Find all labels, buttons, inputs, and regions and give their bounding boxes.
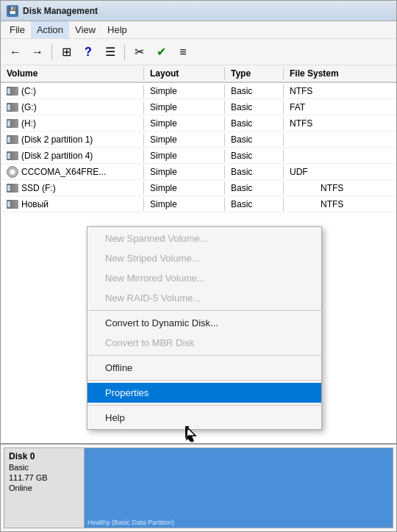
disk-block: Disk 0 Basic 111.77 GB Online Healthy (B… [4, 447, 393, 528]
ctx-new-raid5: New RAID-5 Volume... [87, 288, 321, 308]
type-cell: Basic [225, 149, 284, 162]
ctx-convert-dynamic[interactable]: Convert to Dynamic Disk... [87, 313, 321, 333]
properties-button[interactable]: ☰ [100, 42, 121, 62]
col-header-layout: Layout [144, 67, 225, 80]
disk-type: Basic [9, 463, 79, 472]
partition-status: Healthy (Basic Data Partition) [87, 519, 390, 526]
ctx-new-spanned: New Spanned Volume... [87, 229, 321, 248]
volume-cell: Новый [1, 198, 144, 211]
fs-cell: NTFS [284, 117, 396, 130]
type-cell: Basic [225, 101, 284, 114]
table-row[interactable]: (Disk 2 partition 1) Simple Basic [1, 132, 396, 148]
disk-icon [7, 135, 18, 144]
table-header: Volume Layout Type File System [1, 65, 396, 83]
ctx-properties[interactable]: Properties [87, 383, 321, 403]
check-button[interactable]: ✔ [151, 42, 171, 62]
fs-cell: UDF [284, 165, 396, 179]
fs-cell: FAT [284, 101, 396, 114]
menu-bar: File Action View Help [1, 21, 396, 39]
toolbar-separator-2 [124, 44, 125, 60]
ctx-separator-2 [87, 355, 321, 356]
disk-icon [7, 184, 18, 193]
ctx-separator-3 [87, 380, 321, 381]
disk-icon [7, 103, 18, 112]
dvd-icon [7, 166, 18, 178]
context-menu: New Spanned Volume... New Striped Volume… [87, 226, 322, 430]
volume-cell: (G:) [1, 101, 144, 114]
layout-cell: Simple [144, 198, 225, 211]
volume-cell: (Disk 2 partition 4) [1, 149, 144, 162]
volume-cell: CCCOMA_X64FRE... [1, 165, 144, 179]
fs-cell [284, 138, 396, 141]
disk-icon [7, 200, 18, 209]
disk-view-button[interactable]: ⊞ [56, 42, 76, 62]
ctx-separator-4 [87, 405, 321, 406]
disk-size: 111.77 GB [9, 473, 79, 482]
fs-cell: NTFS [284, 181, 396, 195]
layout-cell: Simple [144, 149, 225, 162]
table-row[interactable]: SSD (F:) Simple Basic NTFS [1, 180, 396, 196]
disk-icon [7, 151, 18, 160]
col-header-type: Type [225, 67, 284, 80]
layout-cell: Simple [144, 181, 225, 195]
disk-name: Disk 0 [9, 451, 79, 461]
disk-icon [7, 87, 18, 96]
table-row[interactable]: CCCOMA_X64FRE... Simple Basic UDF [1, 164, 396, 180]
table-row[interactable]: (C:) Simple Basic NTFS [1, 83, 396, 99]
menu-file[interactable]: File [4, 21, 31, 38]
type-cell: Basic [225, 117, 284, 130]
ctx-help[interactable]: Help [87, 408, 321, 428]
menu-action[interactable]: Action [31, 21, 69, 38]
cut-button[interactable]: ✂ [129, 42, 149, 62]
volume-cell: (Disk 2 partition 1) [1, 133, 144, 146]
partition-block[interactable]: Healthy (Basic Data Partition) [85, 448, 393, 528]
layout-cell: Simple [144, 101, 225, 114]
volume-cell: (H:) [1, 117, 144, 130]
disk-icon [7, 119, 18, 128]
window-title: Disk Management [23, 6, 98, 16]
help-button[interactable]: ? [78, 42, 99, 62]
menu-help[interactable]: Help [101, 21, 133, 38]
type-cell: Basic [225, 165, 284, 179]
toolbar-separator-1 [51, 44, 52, 60]
layout-cell: Simple [144, 165, 225, 179]
layout-cell: Simple [144, 117, 225, 130]
ctx-offline[interactable]: Offline [87, 358, 321, 378]
fs-cell [284, 154, 396, 157]
back-button[interactable]: ← [5, 42, 26, 62]
ctx-new-mirrored: New Mirrored Volume... [87, 268, 321, 288]
title-bar: 💾 Disk Management [1, 1, 396, 21]
layout-cell: Simple [144, 133, 225, 146]
bottom-disk-area: Disk 0 Basic 111.77 GB Online Healthy (B… [1, 443, 396, 531]
fs-cell: NTFS [284, 198, 396, 211]
type-cell: Basic [225, 181, 284, 195]
list-button[interactable]: ≡ [173, 42, 193, 62]
ctx-separator-1 [87, 310, 321, 311]
disk-status: Online [9, 484, 79, 492]
table-row[interactable]: (Disk 2 partition 4) Simple Basic [1, 148, 396, 164]
menu-view[interactable]: View [69, 21, 101, 38]
type-cell: Basic [225, 198, 284, 211]
table-row[interactable]: (G:) Simple Basic FAT [1, 99, 396, 115]
col-header-volume: Volume [1, 67, 144, 80]
table-row[interactable]: Новый Simple Basic NTFS [1, 196, 396, 212]
app-icon: 💾 [7, 5, 18, 17]
disk-label: Disk 0 Basic 111.77 GB Online [4, 447, 85, 528]
type-cell: Basic [225, 133, 284, 146]
disk-partition-area: Healthy (Basic Data Partition) [85, 447, 393, 528]
layout-cell: Simple [144, 85, 225, 98]
table-row[interactable]: (H:) Simple Basic NTFS [1, 115, 396, 132]
volume-cell: SSD (F:) [1, 181, 144, 195]
col-header-filesystem: File System [284, 67, 396, 80]
volume-cell: (C:) [1, 85, 144, 98]
ctx-new-striped: New Striped Volume... [87, 248, 321, 268]
toolbar: ← → ⊞ ? ☰ ✂ ✔ ≡ [1, 39, 396, 65]
ctx-convert-mbr: Convert to MBR Disk [87, 333, 321, 353]
fs-cell: NTFS [284, 85, 396, 98]
forward-button[interactable]: → [27, 42, 48, 62]
type-cell: Basic [225, 85, 284, 98]
